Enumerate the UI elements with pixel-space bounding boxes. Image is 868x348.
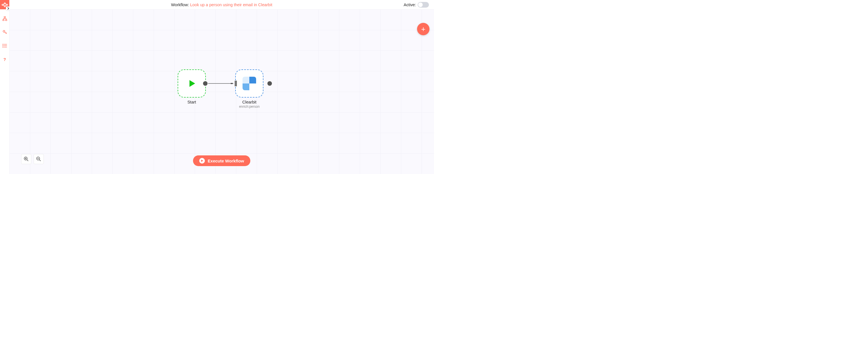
sidebar-item-help[interactable]: ? — [0, 55, 9, 64]
zoom-out-icon — [36, 156, 41, 162]
svg-rect-5 — [3, 20, 4, 21]
node-clearbit[interactable]: Clearbit enrich:person — [235, 69, 264, 98]
svg-rect-6 — [5, 20, 7, 21]
workflow-name: Look up a person using their email in Cl… — [190, 3, 272, 7]
sidebar: ? — [0, 0, 9, 174]
workflow-canvas[interactable]: Start Clearbit enrich:person + Execute W… — [9, 9, 434, 174]
active-label: Active: — [403, 3, 416, 7]
zoom-in-button[interactable] — [21, 154, 31, 164]
header: Workflow: Look up a person using their e… — [9, 0, 434, 9]
svg-point-3 — [6, 4, 7, 5]
workflow-prefix: Workflow: — [171, 3, 190, 7]
node-connector[interactable] — [208, 83, 234, 84]
add-node-button[interactable]: + — [417, 23, 430, 35]
plus-icon: + — [421, 25, 425, 34]
node-start-label: Start — [187, 100, 196, 104]
sidebar-item-credentials[interactable] — [0, 28, 9, 36]
zoom-in-icon — [24, 156, 29, 162]
node-clearbit-sublabel: enrich:person — [239, 105, 260, 109]
active-toggle-group: Active: — [403, 2, 429, 8]
svg-point-7 — [3, 30, 4, 32]
active-toggle[interactable] — [417, 2, 429, 8]
zoom-out-button[interactable] — [34, 154, 44, 164]
svg-point-9 — [3, 45, 3, 46]
network-icon — [3, 16, 7, 21]
node-clearbit-input-port[interactable] — [235, 81, 237, 86]
execute-label: Execute Workflow — [208, 159, 244, 163]
node-clearbit-output-port[interactable] — [268, 81, 272, 86]
question-icon: ? — [3, 57, 6, 62]
node-clearbit-title: Clearbit — [239, 100, 260, 104]
execute-workflow-button[interactable]: Execute Workflow — [193, 155, 250, 166]
svg-point-10 — [3, 47, 3, 47]
svg-point-8 — [3, 44, 3, 44]
app-logo[interactable] — [0, 0, 9, 9]
play-circle-icon — [199, 158, 205, 164]
sidebar-item-workflows[interactable] — [0, 14, 9, 23]
zoom-controls — [21, 154, 44, 164]
svg-rect-4 — [4, 16, 5, 18]
toggle-knob — [418, 3, 423, 7]
play-icon — [187, 78, 197, 89]
clearbit-icon — [243, 77, 256, 90]
svg-point-0 — [2, 4, 3, 5]
node-start-output-port[interactable] — [203, 81, 208, 86]
key-icon — [3, 30, 7, 34]
sidebar-item-executions[interactable] — [0, 41, 9, 50]
node-start[interactable]: Start — [178, 69, 206, 98]
chevron-right-icon — [7, 7, 9, 9]
node-clearbit-label: Clearbit enrich:person — [239, 100, 260, 109]
list-icon — [3, 43, 7, 48]
workflow-title[interactable]: Workflow: Look up a person using their e… — [171, 3, 272, 7]
